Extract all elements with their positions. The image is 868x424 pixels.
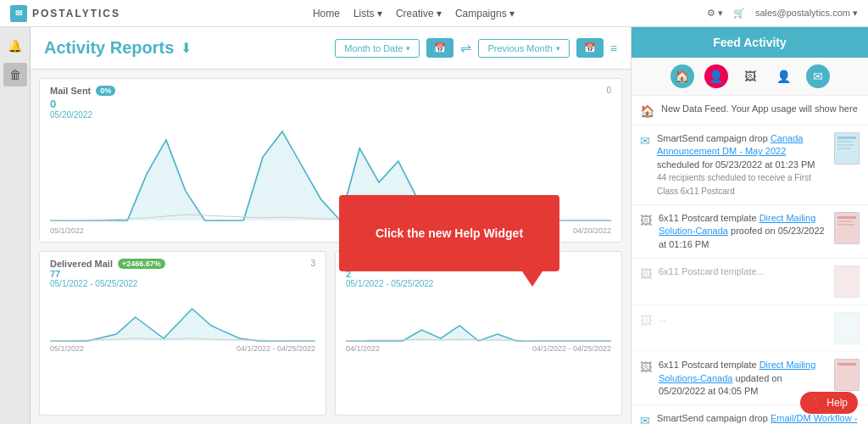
svg-rect-8 xyxy=(837,224,854,226)
feed-mail-bullet: ✉ xyxy=(640,414,650,424)
delivered-badge: +2466.67% xyxy=(118,259,165,269)
delivered-date: 05/1/2022 - 05/25/2022 xyxy=(50,279,315,288)
svg-rect-1 xyxy=(837,137,856,139)
trash-icon[interactable]: 🗑 xyxy=(3,63,27,86)
returned-card: Returned/Forwards +100% 2 05/1/2022 - 05… xyxy=(335,251,622,416)
left-sidebar: 🔔 🗑 xyxy=(0,27,31,424)
compare-range-btn[interactable]: Previous Month ▾ xyxy=(478,39,569,58)
feed-item-thumbnail xyxy=(834,312,860,344)
nav-lists[interactable]: Lists ▾ xyxy=(353,8,382,20)
mail-sent-badge: 0% xyxy=(96,86,115,96)
mail-sent-value: 0 xyxy=(50,98,611,110)
nav-home[interactable]: Home xyxy=(313,8,340,20)
feed-mail-bullet: ✉ xyxy=(640,134,650,148)
feed-link[interactable]: Email/DM Workflow - May 2022 DM Campaign… xyxy=(657,413,857,424)
feed-item-thumbnail xyxy=(834,132,860,165)
feed-items-list: 🏠 New Data Feed. Your App usage will sho… xyxy=(632,96,868,424)
delivered-chart xyxy=(50,292,315,343)
feed-img-bullet: 🖼 xyxy=(640,314,652,327)
feed-item-text: New Data Feed. Your App usage will show … xyxy=(661,103,860,115)
page-title: Activity Reports xyxy=(44,38,174,58)
svg-rect-3 xyxy=(837,144,854,146)
nav-creative[interactable]: Creative ▾ xyxy=(396,8,442,20)
feed-image-icon[interactable]: 🖼 xyxy=(738,64,762,88)
feed-item: 🖼 6x11 Postcard template... xyxy=(632,259,868,305)
svg-rect-10 xyxy=(835,313,859,343)
feed-img-bullet: 🖼 xyxy=(640,214,652,227)
mail-sent-date: 05/20/2022 xyxy=(50,110,611,120)
feed-user-icon[interactable]: 👤 xyxy=(772,64,796,88)
feed-home-bullet: 🏠 xyxy=(640,104,654,118)
logo-area: ✉ POSTALYTICS xyxy=(10,5,120,22)
feed-item-text: SmartSend campaign drop Email/DM Workflo… xyxy=(657,412,860,424)
nav-campaigns[interactable]: Campaigns ▾ xyxy=(455,8,515,20)
right-panel: Feed Activity 🏠 👤 🖼 👤 ✉ 🏠 New Data Feed.… xyxy=(631,27,868,424)
feed-person-icon[interactable]: 👤 xyxy=(704,64,728,88)
help-circle-icon: ❓ xyxy=(810,397,823,409)
feed-item: 🏠 New Data Feed. Your App usage will sho… xyxy=(632,96,868,126)
feed-item-text: 6x11 Postcard template... xyxy=(659,265,827,278)
filter-icon[interactable]: ≡ xyxy=(610,42,617,55)
header-controls: Month to Date ▾ 📅 ⇌ Previous Month ▾ 📅 ≡ xyxy=(335,38,617,58)
delivered-card: Delivered Mail +2466.67% 3 77 05/1/2022 … xyxy=(39,251,326,416)
feed-link[interactable]: Direct Mailing Solution-Canada xyxy=(659,213,815,236)
feed-home-icon[interactable]: 🏠 xyxy=(670,64,694,88)
feed-item-text: SmartSend campaign drop Canada Announcem… xyxy=(657,132,827,198)
mail-sent-right-val: 0 xyxy=(606,86,611,95)
settings-icon[interactable]: ⚙ ▾ xyxy=(707,8,723,19)
logo-icon: ✉ xyxy=(10,5,27,22)
brand-name: POSTALYTICS xyxy=(32,8,120,20)
mail-sent-title: Mail Sent 0% xyxy=(50,86,611,96)
notification-icon[interactable]: 🔔 xyxy=(3,34,27,58)
feed-img-bullet: 🖼 xyxy=(640,267,652,281)
feed-item-text: 6x11 Postcard template Direct Mailing So… xyxy=(659,359,827,398)
returned-bottom-dates: 04/1/2022 04/1/2022 - 04/25/2022 xyxy=(346,344,611,353)
page-title-area: Activity Reports ⬇ xyxy=(44,38,192,58)
feed-link[interactable]: Direct Mailing Solutions-Canada xyxy=(659,360,815,382)
svg-rect-9 xyxy=(835,266,859,297)
feed-header: Feed Activity xyxy=(632,27,868,58)
feed-item-text: 6x11 Postcard template Direct Mailing So… xyxy=(659,212,827,251)
feed-item-thumbnail xyxy=(834,359,860,391)
returned-date: 05/1/2022 - 05/25/2022 xyxy=(346,279,611,288)
svg-rect-7 xyxy=(837,220,853,222)
page-header: Activity Reports ⬇ Month to Date ▾ 📅 ⇌ P… xyxy=(31,27,631,70)
help-button[interactable]: ❓ Help xyxy=(800,392,858,414)
feed-mail-icon[interactable]: ✉ xyxy=(806,64,830,88)
nav-right: ⚙ ▾ 🛒 sales@postalytics.com ▾ xyxy=(707,8,858,19)
feed-item: ✉ SmartSend campaign drop Canada Announc… xyxy=(632,126,868,205)
feed-item-text: ... xyxy=(659,312,827,325)
top-nav: ✉ POSTALYTICS Home Lists ▾ Creative ▾ Ca… xyxy=(0,0,868,27)
overlay-arrow xyxy=(522,271,542,287)
svg-rect-6 xyxy=(837,216,856,219)
feed-item-thumbnail xyxy=(834,265,860,298)
calendar-btn-2[interactable]: 📅 xyxy=(576,38,604,58)
delivered-bottom-dates: 05/1/2022 04/1/2022 - 04/25/2022 xyxy=(50,344,315,353)
feed-item: 🖼 ... xyxy=(632,305,868,352)
user-email[interactable]: sales@postalytics.com ▾ xyxy=(755,8,858,19)
svg-rect-2 xyxy=(837,141,853,142)
feed-icon-bar: 🏠 👤 🖼 👤 ✉ xyxy=(632,58,868,96)
delivered-title: Delivered Mail +2466.67% xyxy=(50,259,315,269)
feed-img-bullet: 🖼 xyxy=(640,360,652,374)
delivered-value: 77 xyxy=(50,269,315,279)
feed-item: 🖼 6x11 Postcard template Direct Mailing … xyxy=(632,205,868,259)
nav-links: Home Lists ▾ Creative ▾ Campaigns ▾ xyxy=(313,8,515,20)
calendar-btn-1[interactable]: 📅 xyxy=(426,38,453,58)
download-icon[interactable]: ⬇ xyxy=(181,40,192,56)
help-overlay: Click the new Help Widget xyxy=(339,195,559,271)
swap-icon[interactable]: ⇌ xyxy=(460,40,471,56)
returned-chart xyxy=(346,292,611,343)
feed-item-thumbnail xyxy=(834,212,860,244)
delivered-right-val: 3 xyxy=(310,259,315,268)
date-range-btn[interactable]: Month to Date ▾ xyxy=(335,39,420,58)
cart-icon[interactable]: 🛒 xyxy=(733,8,745,19)
svg-rect-12 xyxy=(837,363,856,365)
svg-rect-4 xyxy=(837,148,851,149)
feed-link[interactable]: Canada Announcement DM - May 2022 xyxy=(657,133,803,156)
